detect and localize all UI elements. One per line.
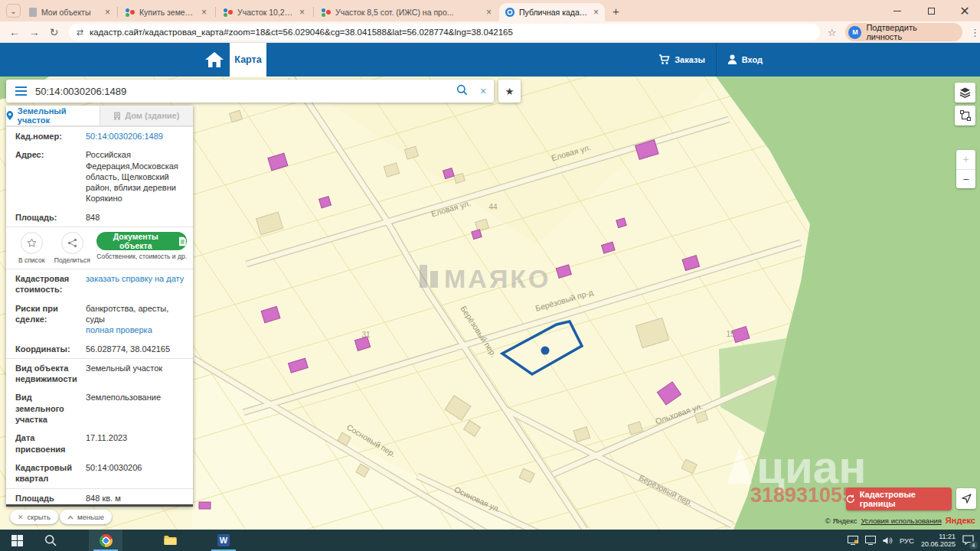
- reload-icon[interactable]: ↻: [44, 26, 64, 38]
- browser-menu-icon[interactable]: ⋮: [970, 27, 980, 38]
- zoom-out-button[interactable]: −: [956, 170, 975, 189]
- svg-text:МАЯКО: МАЯКО: [444, 264, 551, 293]
- home-icon[interactable]: [204, 50, 225, 73]
- cian-favicon: [224, 8, 233, 17]
- field-address: Адрес:Российская Федерация,Московская об…: [6, 145, 193, 207]
- taskbar-chrome[interactable]: [89, 530, 122, 551]
- svg-text:44: 44: [488, 203, 498, 211]
- hide-panel-button[interactable]: ✕ скрыть: [10, 510, 58, 524]
- parcel-info-panel: Земельный участок Дом (здание) Кад.номер…: [6, 106, 193, 507]
- zoom-in-button[interactable]: +: [956, 150, 975, 170]
- building-icon: [113, 112, 121, 120]
- browser-tabstrip: ⌄ Мои объекты × Купить земельный участок…: [0, 0, 980, 21]
- tab-close-icon[interactable]: ×: [105, 8, 110, 17]
- new-tab-button[interactable]: +: [612, 5, 619, 18]
- profile-button[interactable]: М Подтвердить личность: [845, 23, 962, 41]
- chevron-up-icon: [67, 515, 74, 520]
- notification-center-button[interactable]: 4: [962, 535, 974, 546]
- word-icon: W: [217, 534, 230, 546]
- field-cadastral-value: Кадастровая стоимость:заказать справку н…: [6, 269, 193, 299]
- start-button[interactable]: [0, 530, 34, 551]
- window-maximize-button[interactable]: [916, 0, 946, 21]
- object-documents-button[interactable]: Документы объекта: [96, 232, 187, 250]
- listing-id-watermark: 318931055: [750, 484, 854, 507]
- add-to-list-button[interactable]: [21, 232, 43, 254]
- clear-search-icon[interactable]: ×: [472, 85, 494, 97]
- taskbar-file-explorer[interactable]: [153, 530, 187, 551]
- measure-area-button[interactable]: [955, 106, 975, 126]
- browser-tab-2[interactable]: Купить земельный участок в .. ×: [119, 3, 213, 21]
- selected-parcel-marker: [541, 347, 550, 355]
- screen: ⌄ Мои объекты × Купить земельный участок…: [0, 0, 980, 551]
- clock[interactable]: 11:21 20.06.2025: [921, 533, 956, 549]
- site-header: Карта Заказы Вход: [0, 43, 980, 77]
- address-bar[interactable]: ⇄ кадастр.сайт/кадастровая_карта#zoom=18…: [69, 24, 820, 41]
- login-button[interactable]: Вход: [717, 43, 773, 77]
- order-report-link[interactable]: заказать справку на дату: [86, 274, 184, 283]
- panel-tab-house[interactable]: Дом (здание): [100, 106, 194, 126]
- full-check-link[interactable]: полная проверка: [86, 325, 152, 334]
- browser-tab-active[interactable]: Публичная кадастровая карт ×: [499, 3, 605, 21]
- map-canvas[interactable]: МАЯКО циан 318931055 Еловая ул. Еловая у…: [0, 77, 980, 530]
- tab-search-chevron-icon[interactable]: ⌄: [6, 4, 21, 18]
- terms-link[interactable]: Условия использования: [861, 517, 941, 525]
- browser-toolbar: ← → ↻ ⇄ кадастр.сайт/кадастровая_карта#z…: [0, 21, 980, 43]
- avatar: М: [848, 26, 861, 39]
- menu-hamburger-icon[interactable]: [6, 86, 35, 96]
- share-icon: [67, 238, 77, 248]
- pc-status-icon[interactable]: [848, 536, 858, 545]
- share-button[interactable]: [61, 232, 83, 254]
- search-input[interactable]: [35, 86, 451, 97]
- field-cadastral-block: Кадастровый квартал50:14:0030206: [6, 458, 193, 488]
- cadastral-borders-button[interactable]: Кадастровые границы: [846, 487, 952, 510]
- field-object-kind: Вид объекта недвижимостиЗемельный участо…: [6, 359, 193, 389]
- site-info-icon[interactable]: ⇄: [77, 28, 83, 37]
- forward-icon[interactable]: →: [24, 26, 44, 38]
- field-assign-date: Дата присвоения17.11.2023: [6, 429, 193, 458]
- polygon-select-icon: [960, 110, 971, 121]
- field-cadastral-number: Кад.номер:50:14:0030206:1489: [6, 127, 193, 145]
- cadastral-number-link[interactable]: 50:14:0030206:1489: [86, 132, 163, 141]
- star-outline-icon: [27, 238, 37, 248]
- language-indicator[interactable]: РУС: [900, 536, 914, 545]
- geolocate-button[interactable]: [956, 488, 976, 509]
- system-tray: РУС 11:21 20.06.2025 4: [848, 533, 980, 549]
- search-icon: [44, 534, 57, 546]
- taskbar-search-button[interactable]: [34, 530, 67, 551]
- svg-text:31: 31: [361, 331, 371, 339]
- map-pin-icon: [6, 111, 14, 120]
- nav-tab-map[interactable]: Карта: [230, 43, 266, 77]
- map-attribution: © Яндекс Условия использования Яндекс: [825, 516, 975, 525]
- favorites-star-button[interactable]: ★: [498, 80, 521, 103]
- browser-tab-3[interactable]: Участок 10,2 сот. (СНТ, ДНП) .. ×: [217, 3, 311, 21]
- map-search-bar: ×: [6, 80, 494, 103]
- field-deal-risks: Риски при сделке:банкротства, аресты, су…: [6, 299, 193, 340]
- field-refined-area: Площадь уточненная848 кв. м: [6, 489, 193, 507]
- taskbar-word[interactable]: W: [207, 530, 240, 551]
- back-icon[interactable]: ←: [5, 26, 24, 38]
- search-icon[interactable]: [451, 84, 472, 99]
- field-parcel-kind: Вид земельного участкаЗемлепользование: [6, 388, 193, 429]
- layers-button[interactable]: [955, 83, 975, 103]
- tab-close-icon[interactable]: ×: [593, 8, 599, 17]
- tab-close-icon[interactable]: ×: [486, 8, 492, 17]
- document-icon: [178, 236, 187, 246]
- chrome-icon: [100, 534, 113, 547]
- browser-tab-4[interactable]: Участок 8,5 сот. (ИЖС) на про... ×: [315, 3, 498, 21]
- browser-tab-1[interactable]: Мои объекты ×: [23, 3, 116, 21]
- svg-text:15: 15: [726, 330, 735, 338]
- window-minimize-button[interactable]: [882, 0, 913, 21]
- field-coordinates: Координаты:56.028774, 38.042165: [6, 340, 193, 358]
- network-icon[interactable]: [865, 536, 876, 545]
- panel-tab-land[interactable]: Земельный участок: [6, 106, 100, 126]
- cian-favicon: [126, 8, 135, 17]
- window-close-button[interactable]: ✕: [949, 0, 980, 21]
- location-arrow-icon: [962, 494, 972, 504]
- bookmark-star-icon[interactable]: ☆: [828, 27, 837, 38]
- volume-icon[interactable]: [883, 536, 893, 545]
- tab-close-icon[interactable]: ×: [299, 8, 305, 17]
- taskbar: W РУС 11:21 20.06.2025 4: [0, 530, 980, 551]
- tab-close-icon[interactable]: ×: [201, 8, 207, 17]
- orders-button[interactable]: Заказы: [648, 43, 716, 77]
- collapse-panel-button[interactable]: меньше: [60, 510, 112, 524]
